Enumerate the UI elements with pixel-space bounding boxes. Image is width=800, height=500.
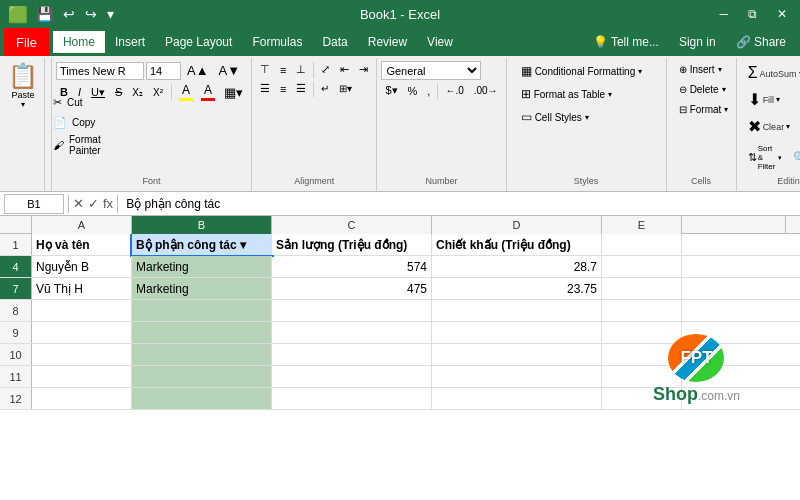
format-as-table-button[interactable]: ⊞ Format as Table ▾ [515,84,658,104]
strikethrough-button[interactable]: S [111,84,126,100]
home-menu-item[interactable]: Home [53,31,105,53]
cell-b12[interactable] [132,388,272,409]
wrap-text-button[interactable]: ↵ [317,81,333,96]
align-middle-button[interactable]: ≡ [276,62,290,78]
auto-sum-button[interactable]: Σ AutoSum ▾ [743,61,800,85]
find-select-button[interactable]: 🔍 Find & Select ▾ [789,141,800,174]
cell-a11[interactable] [32,366,132,387]
bold-button[interactable]: B [56,84,72,100]
cell-d8[interactable] [432,300,602,321]
font-size-input[interactable] [146,62,181,80]
clear-button[interactable]: ✖ Clear ▾ [743,114,796,139]
italic-button[interactable]: I [74,84,85,100]
percent-button[interactable]: % [404,83,422,99]
decrease-decimal-button[interactable]: ←.0 [441,83,467,98]
cell-b7[interactable]: Marketing [132,278,272,299]
cell-c1[interactable]: Sản lượng (Triệu đồng) [272,234,432,255]
cell-e8[interactable] [602,300,682,321]
cell-e4[interactable] [602,256,682,277]
cell-d10[interactable] [432,344,602,365]
col-header-b[interactable]: B [132,216,272,234]
cell-a1[interactable]: Họ và tên [32,234,132,255]
review-menu-item[interactable]: Review [358,31,417,53]
decrease-indent-button[interactable]: ⇤ [336,61,353,78]
redo-icon[interactable]: ↪ [83,4,99,24]
fill-color-button[interactable]: A [176,82,196,102]
cell-e7[interactable] [602,278,682,299]
sort-filter-button[interactable]: ⇅ Sort & Filter ▾ [743,141,787,174]
cell-reference-box[interactable] [4,194,64,214]
col-header-e[interactable]: E [602,216,682,234]
currency-button[interactable]: $▾ [381,82,401,99]
file-menu-button[interactable]: File [4,28,49,56]
cell-d12[interactable] [432,388,602,409]
formulas-menu-item[interactable]: Formulas [242,31,312,53]
cell-a9[interactable] [32,322,132,343]
cell-styles-button[interactable]: ▭ Cell Styles ▾ [515,107,658,127]
increase-decimal-button[interactable]: .00→ [470,83,502,98]
cell-b10[interactable] [132,344,272,365]
close-button[interactable]: ✕ [772,5,792,23]
cell-a10[interactable] [32,344,132,365]
insert-menu-item[interactable]: Insert [105,31,155,53]
cell-b4[interactable]: Marketing [132,256,272,277]
cell-c9[interactable] [272,322,432,343]
cell-b11[interactable] [132,366,272,387]
conditional-formatting-button[interactable]: ▦ Conditional Formatting ▾ [515,61,658,81]
merge-center-button[interactable]: ⊞▾ [335,81,356,96]
cell-b1[interactable]: Bộ phận công tác ▾ [132,234,272,255]
cell-e1[interactable] [602,234,682,255]
subscript-button[interactable]: X₂ [128,85,147,100]
right-align-button[interactable]: ☰ [292,80,310,97]
cell-c8[interactable] [272,300,432,321]
cell-d7[interactable]: 23.75 [432,278,602,299]
cell-c12[interactable] [272,388,432,409]
delete-cells-button[interactable]: ⊖ Delete ▾ [673,81,730,98]
align-top-button[interactable]: ⊤ [256,61,274,78]
left-align-button[interactable]: ☰ [256,80,274,97]
tell-me-input[interactable]: 💡 Tell me... [583,31,669,53]
restore-button[interactable]: ⧉ [743,5,762,23]
cell-b8[interactable] [132,300,272,321]
undo-icon[interactable]: ↩ [61,4,77,24]
number-format-select[interactable]: General Number Currency [381,61,481,80]
font-name-input[interactable] [56,62,144,80]
cell-d4[interactable]: 28.7 [432,256,602,277]
underline-button[interactable]: U▾ [87,84,109,101]
cell-d9[interactable] [432,322,602,343]
quick-access-more-icon[interactable]: ▾ [105,4,116,24]
col-header-d[interactable]: D [432,216,602,234]
cell-c10[interactable] [272,344,432,365]
cell-d1[interactable]: Chiết khấu (Triệu đồng) [432,234,602,255]
share-button[interactable]: 🔗 Share [726,31,796,53]
col-header-a[interactable]: A [32,216,132,234]
center-align-button[interactable]: ≡ [276,81,290,97]
format-cells-button[interactable]: ⊟ Format ▾ [673,101,730,118]
align-bottom-button[interactable]: ⊥ [292,61,310,78]
cell-c11[interactable] [272,366,432,387]
cell-a7[interactable]: Vũ Thị H [32,278,132,299]
cell-c4[interactable]: 574 [272,256,432,277]
col-header-c[interactable]: C [272,216,432,234]
angle-text-button[interactable]: ⤢ [317,61,334,78]
increase-indent-button[interactable]: ⇥ [355,61,372,78]
cell-a4[interactable]: Nguyễn B [32,256,132,277]
view-menu-item[interactable]: View [417,31,463,53]
cell-b9[interactable] [132,322,272,343]
cell-a12[interactable] [32,388,132,409]
formula-input[interactable] [122,194,796,214]
cell-a8[interactable] [32,300,132,321]
comma-button[interactable]: , [423,83,434,99]
fill-button[interactable]: ⬇ Fill ▾ [743,87,786,112]
borders-button[interactable]: ▦▾ [220,83,247,102]
paste-button[interactable]: 📋 Paste ▾ [2,58,45,191]
cell-c7[interactable]: 475 [272,278,432,299]
page-layout-menu-item[interactable]: Page Layout [155,31,242,53]
cancel-formula-icon[interactable]: ✕ [73,196,84,211]
increase-font-button[interactable]: A▲ [183,61,213,80]
save-icon[interactable]: 💾 [34,4,55,24]
superscript-button[interactable]: X² [149,85,167,100]
minimize-button[interactable]: ─ [714,5,733,23]
sign-in-button[interactable]: Sign in [669,31,726,53]
cell-d11[interactable] [432,366,602,387]
